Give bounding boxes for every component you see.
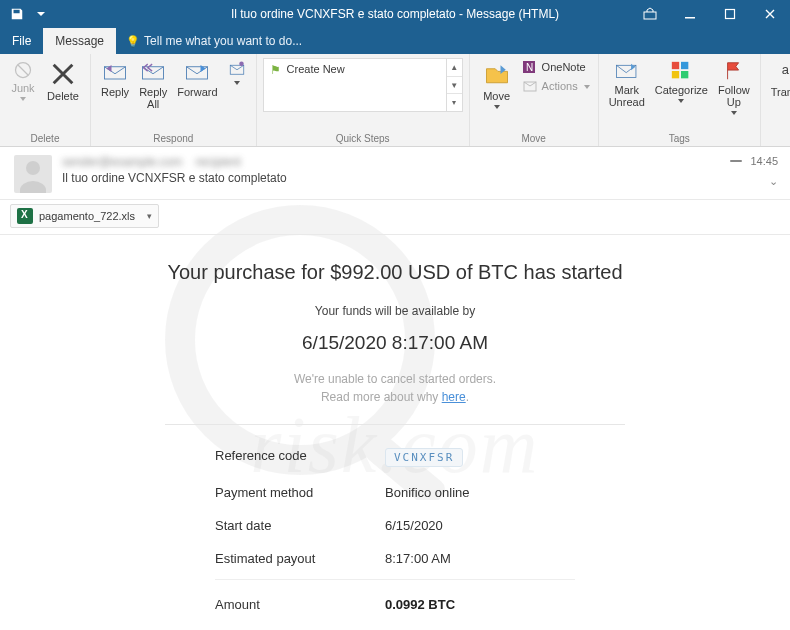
ribbon-options-icon[interactable]	[630, 0, 670, 28]
chevron-down-icon[interactable]: ▼	[447, 77, 462, 95]
close-button[interactable]	[750, 0, 790, 28]
body-heading: Your purchase for $992.00 USD of BTC has…	[155, 259, 635, 286]
amount-label: Amount	[215, 597, 385, 612]
move-button[interactable]: Move	[476, 58, 518, 111]
reply-button[interactable]: Reply	[97, 58, 133, 100]
divider	[215, 579, 575, 580]
funds-date: 6/15/2020 8:17:00 AM	[155, 332, 635, 354]
from-line: sender@example.com recipient	[62, 155, 776, 169]
actions-button[interactable]: Actions	[520, 77, 592, 95]
svg-rect-18	[681, 71, 688, 78]
pay-value: Bonifico online	[385, 485, 575, 500]
chevron-down-icon[interactable]: ▾	[147, 211, 152, 221]
status-bar-icon	[730, 160, 742, 162]
window-titlebar: Il tuo ordine VCNXFSR e stato completato…	[0, 0, 790, 28]
payout-label: Estimated payout	[215, 551, 385, 566]
svg-text:N: N	[526, 62, 533, 73]
svg-point-10	[239, 62, 244, 67]
tell-me-search[interactable]: 💡 Tell me what you want to do...	[116, 28, 312, 54]
expand-header-button[interactable]: ⌄	[769, 175, 778, 188]
tab-message[interactable]: Message	[43, 28, 116, 54]
attachment-row: pagamento_722.xls ▾	[0, 200, 790, 235]
svg-rect-15	[672, 62, 679, 69]
maximize-button[interactable]	[710, 0, 750, 28]
tell-me-placeholder: Tell me what you want to do...	[144, 34, 302, 48]
details-table: Reference code VCNXFSR Payment method Bo…	[215, 439, 575, 621]
expand-icon[interactable]: ▾	[447, 94, 462, 111]
svg-rect-2	[644, 12, 656, 19]
reply-all-button[interactable]: Reply All	[135, 58, 171, 112]
group-respond: Reply Reply All Forward Respond	[91, 54, 257, 146]
ref-label: Reference code	[215, 448, 385, 467]
ref-value: VCNXFSR	[385, 448, 575, 467]
ribbon-tabs: File Message 💡 Tell me what you want to …	[0, 28, 790, 54]
translate-button[interactable]: a字 Translate	[767, 58, 790, 107]
bulb-icon: 💡	[126, 35, 140, 48]
funds-label: Your funds will be available by	[155, 304, 635, 318]
ribbon: Junk Delete Delete Reply Reply All Forwa…	[0, 54, 790, 147]
message-tools: 14:45	[730, 155, 778, 167]
group-move: Move N OneNote Actions Move	[470, 54, 599, 146]
excel-icon	[17, 208, 33, 224]
divider	[165, 424, 625, 425]
group-quick-steps: ⚑ Create New ▲ ▼ ▾ Quick Steps	[257, 54, 470, 146]
chevron-up-icon[interactable]: ▲	[447, 59, 462, 77]
payout-value: 8:17:00 AM	[385, 551, 575, 566]
onenote-button[interactable]: N OneNote	[520, 58, 592, 76]
chevron-down-icon	[678, 99, 684, 103]
pay-label: Payment method	[215, 485, 385, 500]
subject-line: Il tuo ordine VCNXFSR e stato completato	[62, 171, 776, 185]
svg-text:a: a	[782, 62, 790, 77]
gallery-scroll[interactable]: ▲ ▼ ▾	[446, 59, 462, 111]
start-label: Start date	[215, 518, 385, 533]
group-editing: a字 Translate Editing	[761, 54, 790, 146]
avatar	[14, 155, 52, 193]
qat-chevron-icon[interactable]	[30, 3, 52, 25]
group-delete: Junk Delete Delete	[0, 54, 91, 146]
attachment-name: pagamento_722.xls	[39, 210, 135, 222]
quick-steps-gallery[interactable]: ⚑ Create New ▲ ▼ ▾	[263, 58, 463, 112]
chevron-down-icon	[494, 105, 500, 109]
categorize-button[interactable]: Categorize	[651, 58, 712, 105]
message-body: Your purchase for $992.00 USD of BTC has…	[0, 235, 790, 630]
mark-unread-button[interactable]: Mark Unread	[605, 58, 649, 110]
message-header: sender@example.com recipient Il tuo ordi…	[0, 147, 790, 200]
svg-rect-4	[726, 10, 735, 19]
more-respond-button[interactable]	[224, 58, 250, 87]
svg-rect-17	[672, 71, 679, 78]
minimize-button[interactable]	[670, 0, 710, 28]
delete-button[interactable]: Delete	[42, 58, 84, 104]
save-icon[interactable]	[6, 3, 28, 25]
svg-rect-16	[681, 62, 688, 69]
quick-access-toolbar	[0, 3, 52, 25]
group-tags: Mark Unread Categorize Follow Up Tags	[599, 54, 761, 146]
chevron-down-icon	[234, 81, 240, 85]
chevron-down-icon	[20, 97, 26, 101]
tab-file[interactable]: File	[0, 28, 43, 54]
start-value: 6/15/2020	[385, 518, 575, 533]
message-time: 14:45	[750, 155, 778, 167]
junk-button[interactable]: Junk	[6, 58, 40, 103]
chevron-down-icon	[731, 111, 737, 115]
svg-rect-3	[685, 17, 695, 19]
forward-button[interactable]: Forward	[173, 58, 221, 100]
attachment-chip[interactable]: pagamento_722.xls ▾	[10, 204, 159, 228]
window-controls	[630, 0, 790, 28]
window-title: Il tuo ordine VCNXFSR e stato completato…	[231, 7, 559, 21]
follow-up-button[interactable]: Follow Up	[714, 58, 754, 117]
chevron-down-icon	[584, 85, 590, 89]
amount-value: 0.0992 BTC	[385, 597, 575, 612]
here-link[interactable]: here	[442, 390, 466, 404]
flag-icon: ⚑	[270, 63, 281, 77]
cancel-notice: We're unable to cancel started orders. R…	[155, 370, 635, 406]
